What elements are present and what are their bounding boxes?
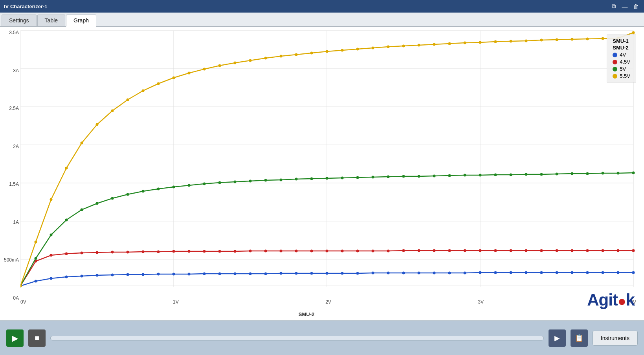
legend-item-5-5v: 5.5V: [613, 73, 630, 79]
svg-point-173: [586, 38, 589, 40]
svg-point-39: [418, 272, 420, 274]
svg-point-87: [525, 249, 528, 252]
transport-play-button[interactable]: ▶: [549, 329, 566, 347]
x-axis-title: SMU-2: [299, 311, 314, 317]
svg-point-128: [525, 173, 528, 176]
svg-point-88: [540, 249, 543, 252]
svg-point-51: [602, 271, 604, 274]
svg-point-151: [249, 59, 252, 62]
svg-point-96: [35, 257, 37, 260]
legend-item-4v: 4V: [613, 52, 630, 58]
svg-point-111: [264, 179, 267, 182]
svg-point-82: [448, 249, 451, 252]
svg-point-176: [632, 31, 635, 34]
svg-point-154: [295, 53, 298, 56]
minimize-button[interactable]: —: [620, 2, 629, 11]
svg-point-43: [479, 271, 482, 274]
svg-point-91: [586, 249, 589, 252]
svg-point-144: [142, 90, 145, 92]
svg-point-61: [127, 251, 129, 254]
svg-point-142: [111, 110, 114, 112]
svg-point-100: [96, 202, 99, 205]
svg-point-89: [556, 249, 558, 252]
svg-point-60: [111, 251, 114, 254]
svg-point-129: [540, 173, 543, 176]
svg-point-24: [188, 273, 191, 276]
svg-point-71: [280, 250, 283, 253]
svg-point-133: [602, 172, 604, 175]
svg-point-150: [234, 62, 237, 64]
svg-point-53: [632, 271, 635, 274]
legend-label-5-5v: 5.5V: [620, 73, 630, 79]
legend-label-5v: 5V: [620, 66, 626, 72]
toolbar: ▶ ■ ▶ 📋 Instruments: [0, 320, 644, 355]
svg-point-46: [525, 271, 528, 274]
svg-point-156: [326, 50, 328, 53]
svg-point-165: [464, 42, 466, 44]
export-button[interactable]: ⧉: [609, 2, 618, 11]
svg-point-158: [356, 48, 359, 51]
svg-point-77: [372, 250, 374, 253]
legend-item-4-5v: 4.5V: [613, 59, 630, 65]
svg-point-94: [632, 249, 635, 252]
svg-point-92: [602, 249, 604, 252]
stop-button[interactable]: ■: [28, 329, 46, 347]
svg-point-171: [556, 38, 558, 41]
svg-point-174: [602, 37, 604, 40]
svg-point-112: [280, 179, 283, 181]
svg-point-149: [218, 64, 221, 67]
svg-point-143: [127, 99, 129, 101]
svg-point-109: [234, 181, 237, 183]
svg-point-67: [218, 250, 221, 253]
chart-legend: SMU-1 SMU-2 4V 4.5V 5V 5.5V: [607, 35, 636, 82]
app-title: IV Characterizer-1: [4, 4, 48, 9]
svg-point-127: [510, 174, 512, 176]
svg-point-124: [464, 174, 466, 177]
svg-point-170: [540, 39, 543, 42]
svg-point-35: [356, 272, 359, 275]
clipboard-button[interactable]: 📋: [571, 329, 588, 347]
play-button[interactable]: ▶: [6, 329, 24, 347]
tab-table[interactable]: Table: [37, 15, 65, 26]
svg-point-99: [81, 209, 83, 211]
svg-point-80: [418, 249, 420, 252]
progress-bar: [50, 336, 544, 340]
svg-point-163: [433, 43, 436, 46]
svg-point-28: [249, 273, 252, 275]
chart-area: 3.5A 3A 2.5A 2A 1.5A 1A 500mA 0A: [0, 27, 644, 320]
instruments-button[interactable]: Instruments: [593, 331, 638, 346]
svg-point-108: [218, 181, 221, 184]
svg-point-49: [571, 271, 574, 274]
svg-point-62: [142, 251, 145, 253]
svg-point-98: [65, 219, 68, 221]
tab-graph[interactable]: Graph: [66, 15, 96, 27]
svg-point-40: [433, 272, 436, 274]
svg-point-169: [525, 40, 528, 42]
svg-point-76: [356, 250, 359, 253]
svg-point-25: [203, 273, 206, 275]
svg-point-52: [617, 271, 620, 274]
svg-point-114: [310, 178, 313, 180]
close-button[interactable]: 🗑: [631, 2, 640, 11]
svg-point-70: [264, 250, 267, 253]
svg-point-122: [433, 175, 436, 178]
svg-point-64: [172, 250, 175, 253]
svg-point-42: [464, 272, 466, 274]
svg-point-107: [203, 183, 206, 185]
svg-point-120: [402, 175, 405, 178]
svg-point-19: [111, 274, 114, 276]
tab-settings[interactable]: Settings: [2, 15, 37, 26]
legend-dot-4v: [613, 53, 617, 57]
svg-point-69: [249, 250, 252, 253]
svg-point-103: [142, 190, 145, 193]
svg-point-78: [387, 250, 390, 253]
svg-point-138: [50, 198, 53, 201]
svg-point-20: [127, 273, 129, 276]
svg-point-172: [571, 38, 574, 41]
x-axis-labels: 0V 1V 2V 3V 4V: [20, 298, 644, 305]
svg-point-38: [402, 272, 405, 274]
svg-point-15: [50, 277, 53, 280]
svg-point-101: [111, 197, 114, 200]
legend-label-4-5v: 4.5V: [620, 59, 630, 65]
svg-point-166: [479, 41, 482, 44]
